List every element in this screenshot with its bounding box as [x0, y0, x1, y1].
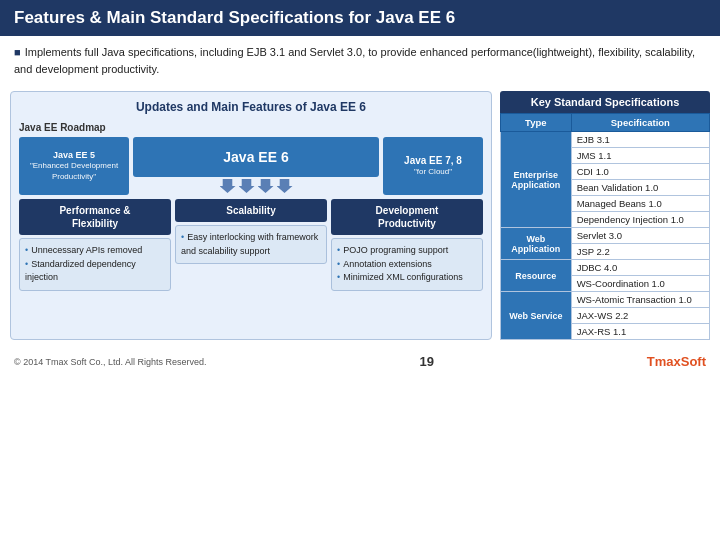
- page-title: Features & Main Standard Specifications …: [14, 8, 455, 27]
- web-service-type-cell: Web Service: [501, 292, 572, 340]
- spec-jsp22: JSP 2.2: [571, 244, 709, 260]
- ee6-box: Java EE 6: [133, 137, 379, 177]
- ee78-box: Java EE 7, 8 "for Cloud": [383, 137, 483, 195]
- list-item: Standardized dependency injection: [25, 258, 165, 285]
- feature-performance-header: Performance & Flexibility: [19, 199, 171, 235]
- main-content: Updates and Main Features of Java EE 6 J…: [0, 85, 720, 346]
- logo: TmaxSoft: [647, 354, 706, 369]
- feature-development-line1: Development: [376, 205, 439, 216]
- spec-table: Type Specification EnterpriseApplication…: [500, 113, 710, 340]
- feature-scalability-header: Scalability: [175, 199, 327, 222]
- spec-beanvalidation: Bean Validation 1.0: [571, 180, 709, 196]
- ee5-sublabel: "Enhanced Development Productivity": [27, 161, 121, 182]
- feature-scalability-body: Easy interlocking with framework and sca…: [175, 225, 327, 264]
- ee5-label: Java EE 5: [53, 150, 95, 162]
- list-item: Easy interlocking with framework and sca…: [181, 231, 321, 258]
- table-row: EnterpriseApplication EJB 3.1: [501, 132, 710, 148]
- spec-di10: Dependency Injection 1.0: [571, 212, 709, 228]
- spec-managedbeans: Managed Beans 1.0: [571, 196, 709, 212]
- page-header: Features & Main Standard Specifications …: [0, 0, 720, 36]
- left-panel: Updates and Main Features of Java EE 6 J…: [10, 91, 492, 340]
- col-spec-header: Specification: [571, 114, 709, 132]
- spec-cdi10: CDI 1.0: [571, 164, 709, 180]
- table-row: WebApplication Servlet 3.0: [501, 228, 710, 244]
- ee78-sublabel: "for Cloud": [414, 167, 452, 177]
- list-item: POJO programing support: [337, 244, 477, 258]
- feature-development-body: POJO programing support Annotation exten…: [331, 238, 483, 291]
- left-panel-title: Updates and Main Features of Java EE 6: [19, 100, 483, 114]
- right-panel: Key Standard Specifications Type Specifi…: [500, 91, 710, 340]
- right-panel-title: Key Standard Specifications: [500, 91, 710, 113]
- page-number: 19: [419, 354, 433, 369]
- spec-jaxws22: JAX-WS 2.2: [571, 308, 709, 324]
- web-app-type-cell: WebApplication: [501, 228, 572, 260]
- feature-scalability: Scalability Easy interlocking with frame…: [175, 199, 327, 291]
- col-type-header: Type: [501, 114, 572, 132]
- ee6-label: Java EE 6: [223, 148, 288, 166]
- roadmap-row: Java EE 5 "Enhanced Development Producti…: [19, 137, 483, 195]
- ee5-box: Java EE 5 "Enhanced Development Producti…: [19, 137, 129, 195]
- feature-development-header: Development Productivity: [331, 199, 483, 235]
- spec-wsatomic: WS-Atomic Transaction 1.0: [571, 292, 709, 308]
- feature-development-line2: Productivity: [378, 218, 436, 229]
- list-item: Annotation extensions: [337, 258, 477, 272]
- arrow-down-1: [220, 179, 236, 193]
- feature-performance: Performance & Flexibility Unnecessary AP…: [19, 199, 171, 291]
- table-row: Resource JDBC 4.0: [501, 260, 710, 276]
- table-row: Web Service WS-Atomic Transaction 1.0: [501, 292, 710, 308]
- features-row: Performance & Flexibility Unnecessary AP…: [19, 199, 483, 291]
- feature-performance-line2: Flexibility: [72, 218, 118, 229]
- feature-development: Development Productivity POJO programing…: [331, 199, 483, 291]
- table-header-row: Type Specification: [501, 114, 710, 132]
- arrows-row: [220, 179, 293, 193]
- spec-jdbc40: JDBC 4.0: [571, 260, 709, 276]
- footer: © 2014 Tmax Soft Co., Ltd. All Rights Re…: [0, 350, 720, 373]
- spec-ejb31: EJB 3.1: [571, 132, 709, 148]
- feature-performance-body: Unnecessary APIs removed Standardized de…: [19, 238, 171, 291]
- arrow-down-3: [258, 179, 274, 193]
- copyright-text: © 2014 Tmax Soft Co., Ltd. All Rights Re…: [14, 357, 207, 367]
- subtitle-section: ■Implements full Java specifications, in…: [0, 36, 720, 85]
- ee78-label: Java EE 7, 8: [404, 154, 462, 167]
- bullet-icon: ■: [14, 46, 21, 58]
- enterprise-type-cell: EnterpriseApplication: [501, 132, 572, 228]
- roadmap-label: Java EE Roadmap: [19, 122, 483, 133]
- list-item: Minimized XML configurations: [337, 271, 477, 285]
- spec-wscoordination: WS-Coordination 1.0: [571, 276, 709, 292]
- feature-scalability-line1: Scalability: [226, 205, 275, 216]
- subtitle-text: Implements full Java specifications, inc…: [14, 46, 695, 75]
- arrow-down-4: [277, 179, 293, 193]
- feature-performance-line1: Performance &: [59, 205, 130, 216]
- spec-jms11: JMS 1.1: [571, 148, 709, 164]
- resource-type-cell: Resource: [501, 260, 572, 292]
- arrow-down-2: [239, 179, 255, 193]
- spec-servlet30: Servlet 3.0: [571, 228, 709, 244]
- spec-jaxrs11: JAX-RS 1.1: [571, 324, 709, 340]
- list-item: Unnecessary APIs removed: [25, 244, 165, 258]
